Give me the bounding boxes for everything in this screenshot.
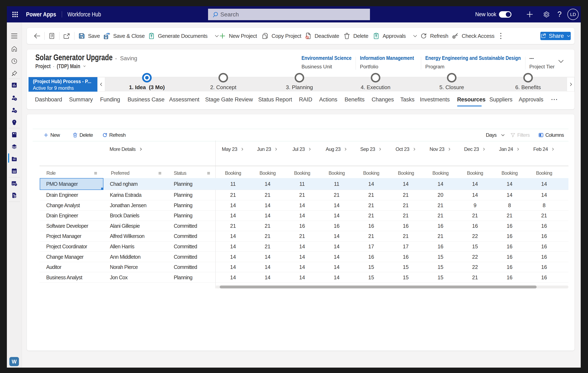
- svg-text:?: ?: [15, 110, 16, 113]
